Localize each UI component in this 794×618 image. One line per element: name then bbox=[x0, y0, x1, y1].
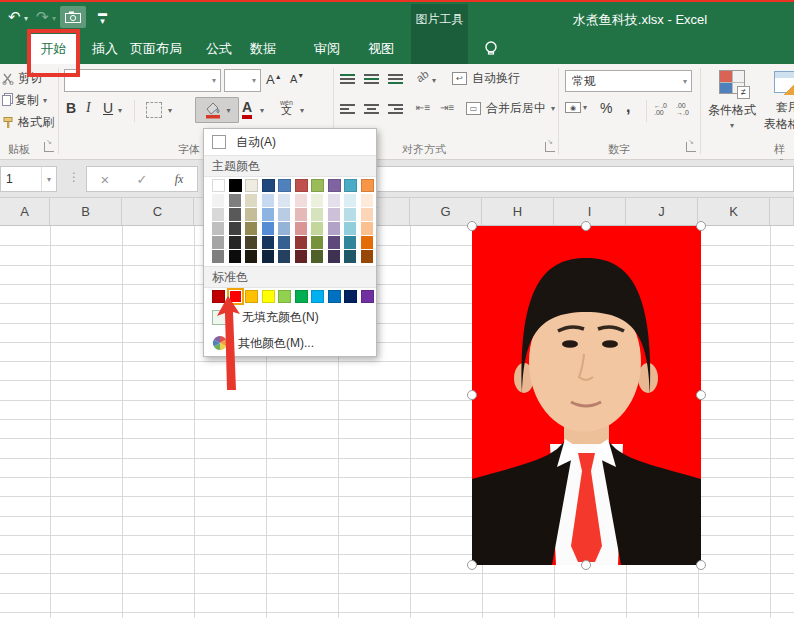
theme-variant-swatch[interactable] bbox=[245, 208, 258, 221]
theme-variant-swatch[interactable] bbox=[262, 222, 275, 235]
phonetic-guide-button[interactable]: wén 文 bbox=[280, 97, 293, 115]
theme-color-swatch[interactable] bbox=[344, 179, 357, 192]
font-size-combo[interactable]: ▾ bbox=[224, 69, 261, 92]
number-dialog-launcher-icon[interactable] bbox=[686, 142, 696, 152]
font-color-caret-icon[interactable]: ▾ bbox=[260, 106, 264, 115]
percent-style-button[interactable]: % bbox=[600, 100, 612, 116]
theme-variant-swatch[interactable] bbox=[295, 194, 308, 207]
theme-variant-swatch[interactable] bbox=[328, 208, 341, 221]
theme-color-swatch[interactable] bbox=[328, 179, 341, 192]
theme-variant-swatch[interactable] bbox=[212, 250, 225, 263]
theme-variant-swatch[interactable] bbox=[212, 236, 225, 249]
theme-variant-swatch[interactable] bbox=[361, 236, 374, 249]
id-photo-image[interactable] bbox=[472, 226, 701, 565]
theme-variant-swatch[interactable] bbox=[212, 208, 225, 221]
theme-variant-swatch[interactable] bbox=[212, 222, 225, 235]
clipboard-dialog-launcher-icon[interactable] bbox=[44, 142, 54, 152]
theme-color-swatch[interactable] bbox=[229, 179, 242, 192]
accounting-format-button[interactable]: ◉ ▾ bbox=[565, 102, 587, 113]
selection-handle[interactable] bbox=[581, 560, 591, 570]
selection-handle[interactable] bbox=[696, 390, 706, 400]
theme-variant-swatch[interactable] bbox=[245, 194, 258, 207]
column-header-C[interactable]: C bbox=[122, 198, 194, 225]
standard-color-swatch[interactable] bbox=[245, 290, 258, 303]
column-header-J[interactable]: J bbox=[626, 198, 698, 225]
undo-icon[interactable]: ↶ bbox=[8, 7, 21, 27]
redo-caret-icon[interactable]: ▾ bbox=[52, 14, 56, 23]
standard-color-swatch[interactable] bbox=[295, 290, 308, 303]
theme-variant-swatch[interactable] bbox=[229, 194, 242, 207]
standard-color-swatch[interactable] bbox=[278, 290, 291, 303]
camera-icon[interactable] bbox=[60, 6, 86, 28]
tell-me-lightbulb-icon[interactable] bbox=[482, 40, 500, 58]
increase-indent-icon[interactable]: ⇥≡ bbox=[440, 102, 454, 113]
selection-handle[interactable] bbox=[467, 390, 477, 400]
align-bottom-icon[interactable] bbox=[388, 72, 403, 86]
alignment-dialog-launcher-icon[interactable] bbox=[545, 142, 555, 152]
column-header-B[interactable]: B bbox=[50, 198, 122, 225]
align-center-icon[interactable] bbox=[364, 102, 379, 116]
theme-variant-swatch[interactable] bbox=[212, 194, 225, 207]
theme-color-swatch[interactable] bbox=[311, 179, 324, 192]
decrease-indent-icon[interactable]: ⇤≡ bbox=[416, 102, 430, 113]
column-header-I[interactable]: I bbox=[554, 198, 626, 225]
merge-center-button[interactable]: ▭ 合并后居中 ▾ bbox=[466, 100, 555, 117]
enter-icon[interactable]: ✓ bbox=[137, 172, 148, 187]
format-painter-button[interactable]: 格式刷 bbox=[2, 114, 54, 131]
theme-variant-swatch[interactable] bbox=[245, 236, 258, 249]
theme-variant-swatch[interactable] bbox=[229, 236, 242, 249]
theme-variant-swatch[interactable] bbox=[311, 236, 324, 249]
qat-customize-icon[interactable]: ▬▾ bbox=[98, 9, 107, 25]
font-name-caret-icon[interactable]: ▾ bbox=[208, 76, 220, 85]
theme-variant-swatch[interactable] bbox=[361, 208, 374, 221]
name-box[interactable]: 1 ▾ bbox=[0, 166, 57, 192]
theme-variant-swatch[interactable] bbox=[278, 250, 291, 263]
tab-insert[interactable]: 插入 bbox=[84, 34, 126, 64]
theme-variant-swatch[interactable] bbox=[361, 194, 374, 207]
font-color-button[interactable]: A bbox=[242, 100, 252, 119]
align-left-icon[interactable] bbox=[340, 102, 355, 116]
theme-variant-swatch[interactable] bbox=[278, 222, 291, 235]
theme-variant-swatch[interactable] bbox=[311, 208, 324, 221]
orientation-icon[interactable]: ab bbox=[414, 68, 431, 85]
theme-variant-swatch[interactable] bbox=[344, 236, 357, 249]
theme-variant-swatch[interactable] bbox=[229, 222, 242, 235]
theme-variant-swatch[interactable] bbox=[328, 236, 341, 249]
theme-variant-swatch[interactable] bbox=[344, 208, 357, 221]
theme-variant-swatch[interactable] bbox=[344, 250, 357, 263]
insert-function-icon[interactable]: fx bbox=[175, 172, 184, 187]
align-top-icon[interactable] bbox=[340, 72, 355, 86]
standard-color-swatch[interactable] bbox=[262, 290, 275, 303]
conditional-formatting-button[interactable]: ≠ 条件格式 ▾ bbox=[704, 66, 760, 138]
fill-color-caret-icon[interactable]: ▾ bbox=[226, 106, 230, 115]
theme-variant-swatch[interactable] bbox=[328, 194, 341, 207]
format-as-table-button[interactable]: 套用 表格格式 bbox=[760, 66, 794, 138]
theme-variant-swatch[interactable] bbox=[295, 236, 308, 249]
theme-variant-swatch[interactable] bbox=[328, 250, 341, 263]
theme-color-swatch[interactable] bbox=[262, 179, 275, 192]
theme-variant-swatch[interactable] bbox=[311, 222, 324, 235]
phonetic-caret-icon[interactable]: ▾ bbox=[300, 106, 304, 115]
theme-variant-swatch[interactable] bbox=[295, 208, 308, 221]
theme-variant-swatch[interactable] bbox=[295, 250, 308, 263]
theme-variant-swatch[interactable] bbox=[361, 222, 374, 235]
theme-variant-swatch[interactable] bbox=[245, 222, 258, 235]
column-header-partial[interactable] bbox=[770, 198, 794, 225]
tab-data[interactable]: 数据 bbox=[242, 34, 284, 64]
font-size-caret-icon[interactable]: ▾ bbox=[248, 76, 260, 85]
theme-variant-swatch[interactable] bbox=[295, 222, 308, 235]
theme-color-swatch[interactable] bbox=[295, 179, 308, 192]
theme-variant-swatch[interactable] bbox=[262, 194, 275, 207]
fill-color-button[interactable]: ▾ bbox=[195, 97, 239, 123]
number-format-combo[interactable]: 常规 ▾ bbox=[565, 70, 692, 92]
selection-handle[interactable] bbox=[467, 221, 477, 231]
theme-color-swatch[interactable] bbox=[245, 179, 258, 192]
column-header-K[interactable]: K bbox=[698, 198, 770, 225]
undo-caret-icon[interactable]: ▾ bbox=[24, 14, 28, 23]
theme-variant-swatch[interactable] bbox=[311, 194, 324, 207]
tab-page-layout[interactable]: 页面布局 bbox=[128, 34, 184, 64]
bold-button[interactable]: B bbox=[66, 100, 76, 116]
theme-variant-swatch[interactable] bbox=[344, 194, 357, 207]
theme-color-swatch[interactable] bbox=[212, 179, 225, 192]
automatic-color-item[interactable]: 自动(A) bbox=[204, 129, 376, 155]
